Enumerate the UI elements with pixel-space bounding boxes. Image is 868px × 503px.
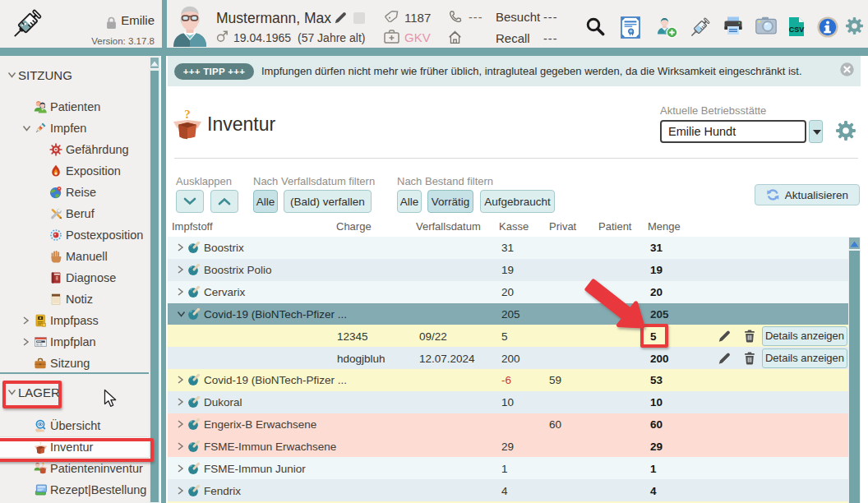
details-button[interactable]: Details anzeigen — [762, 326, 847, 346]
sidebar-item-diagnose[interactable]: Diagnose — [0, 267, 149, 288]
chevron-right-icon[interactable] — [177, 243, 184, 252]
csv-export-icon[interactable]: CSV — [788, 16, 805, 37]
svg-text:?: ? — [184, 108, 191, 121]
table-scrollbar-thumb[interactable] — [849, 251, 860, 503]
filter-stock-alle[interactable]: Alle — [397, 190, 422, 213]
chevron-right-icon[interactable] — [177, 464, 184, 473]
batch-row[interactable]: 1234509/2255Details anzeigen — [168, 325, 848, 347]
site-select-dropdown-button[interactable] — [809, 120, 823, 143]
vaccine-row[interactable]: FSME-Immun Junior11 — [168, 457, 848, 479]
privat-value: 60 — [549, 418, 561, 431]
sidebar-item-patienteninventur[interactable]: ?Patienteninventur — [0, 458, 149, 479]
sidebar-item-manuell[interactable]: Manuell — [0, 246, 149, 267]
menge-value: 1 — [650, 462, 657, 474]
filter-expiry-alle[interactable]: Alle — [253, 190, 278, 213]
batch-row[interactable]: hdogjbluh12.07.2024200200Details anzeige… — [168, 347, 848, 369]
chevron-right-icon[interactable] — [177, 420, 184, 429]
settings-icon[interactable] — [845, 16, 864, 35]
delete-batch-icon[interactable] — [744, 352, 755, 365]
chevron-down-icon[interactable] — [177, 310, 186, 317]
column-header-charge[interactable]: Charge — [336, 220, 372, 233]
vaccine-vial-icon — [187, 396, 201, 408]
tip-close-icon[interactable] — [840, 62, 854, 76]
vaccine-row[interactable]: Engerix-B Erwachsene6060 — [168, 413, 848, 436]
edit-patient-icon[interactable] — [334, 11, 348, 25]
add-patient-icon[interactable] — [655, 16, 678, 39]
sidebar-section-lager[interactable]: LAGER — [0, 381, 149, 403]
chevron-right-icon[interactable] — [177, 398, 184, 407]
sidebar-item-patienten[interactable]: Patienten — [0, 96, 149, 118]
stock-filter-label: Nach Bestand filtern — [397, 175, 493, 187]
certificate-icon[interactable] — [621, 16, 640, 39]
vaccine-name: FSME-Immun Junior — [204, 462, 306, 474]
chevron-right-icon[interactable] — [177, 442, 184, 451]
chevron-right-icon[interactable] — [177, 376, 184, 385]
column-header-impfstoff[interactable]: Impfstoff — [172, 220, 213, 233]
sidebar-item-uebersicht[interactable]: Übersicht — [0, 415, 149, 436]
menge-value: 53 — [650, 374, 663, 386]
filter-expiry--bald-verfallen[interactable]: (Bald) verfallen — [284, 190, 372, 213]
sidebar-item-impfpass[interactable]: Impfpass — [0, 310, 149, 331]
kasse-value: 5 — [501, 330, 508, 342]
column-header-privat[interactable]: Privat — [549, 220, 576, 233]
vaccine-row[interactable]: Boostrix3131 — [168, 237, 848, 259]
chevron-right-icon[interactable] — [177, 288, 184, 297]
sidebar-item-label: Impfplan — [50, 335, 96, 348]
sidebar-item-notiz[interactable]: Notiz — [0, 288, 149, 310]
patient-box-icon: ? — [34, 462, 48, 475]
vaccine-row[interactable]: Fendrix44 — [168, 479, 848, 501]
details-button[interactable]: Details anzeigen — [762, 348, 847, 368]
camera-icon[interactable] — [755, 16, 777, 35]
collapse-all-button[interactable] — [176, 190, 204, 213]
sidebar-item-impfen[interactable]: Impfen — [0, 118, 149, 139]
table-scroll-up-button[interactable] — [848, 237, 861, 250]
sidebar-item-inventur[interactable]: ?Inventur — [0, 436, 149, 458]
vaccine-row[interactable]: Covid-19 (BioNTech-Pfizer ...-65953 — [168, 369, 848, 391]
svg-text:?: ? — [42, 462, 44, 467]
sidebar-item-reise[interactable]: Reise — [0, 182, 149, 203]
sidebar-item-rezept[interactable]: Rezept|Bestellung — [0, 479, 149, 501]
filter-stock-aufgebraucht[interactable]: Aufgebraucht — [480, 190, 555, 213]
site-select[interactable]: Emilie Hundt — [660, 120, 806, 143]
column-header-verfallsdatum[interactable]: Verfallsdatum — [416, 220, 481, 233]
sidebar-splitter[interactable] — [161, 56, 166, 503]
sidebar-section-sitzung[interactable]: SITZUNG — [0, 64, 149, 85]
chevron-right-icon[interactable] — [177, 265, 184, 275]
vaccine-row[interactable]: Cervarix2020 — [168, 281, 848, 303]
menge-value: 10 — [650, 396, 663, 408]
column-header-kasse[interactable]: Kasse — [499, 220, 529, 233]
sidebar-item-label: Manuell — [66, 250, 108, 263]
expand-all-button[interactable] — [210, 190, 238, 213]
info-icon[interactable] — [817, 16, 838, 38]
column-header-patient[interactable]: Patient — [598, 220, 631, 233]
sidebar-item-exposition[interactable]: Exposition — [0, 160, 149, 182]
patient-name[interactable]: Mustermann, Max — [216, 10, 331, 27]
edit-batch-icon[interactable] — [718, 351, 732, 365]
delete-batch-icon[interactable] — [744, 330, 755, 343]
sidebar-item-gefaehrdung[interactable]: Gefährdung — [0, 139, 149, 160]
filter-stock-vorrätig[interactable]: Vorrätig — [427, 190, 473, 213]
search-icon[interactable] — [585, 16, 605, 36]
page-settings-gear-icon[interactable] — [835, 120, 856, 141]
sidebar-item-sitzung-item[interactable]: Sitzung — [0, 353, 149, 374]
syringe-icon[interactable] — [688, 16, 711, 39]
sidebar-scrollbar-thumb[interactable] — [150, 70, 159, 503]
vaccine-row[interactable]: Covid-19 (BioNTech-Pfizer ...205205 — [168, 303, 848, 325]
besucht-value: --- — [543, 11, 558, 24]
print-icon[interactable] — [723, 16, 743, 36]
vaccine-row[interactable]: Boostrix Polio1919 — [168, 259, 848, 281]
chevron-right-icon[interactable] — [177, 486, 184, 495]
vaccine-vial-icon — [187, 264, 201, 276]
sidebar-item-beruf[interactable]: Beruf — [0, 203, 149, 224]
pass-icon — [34, 314, 47, 327]
sidebar-item-postexposition[interactable]: Postexposition — [0, 224, 149, 246]
column-header-menge[interactable]: Menge — [648, 220, 681, 233]
virus-icon — [49, 143, 62, 156]
sidebar-item-impfplan[interactable]: Impfplan — [0, 331, 149, 353]
edit-batch-icon[interactable] — [718, 329, 732, 343]
sidebar-item-label: Rezept|Bestellung — [50, 483, 146, 496]
vaccine-row[interactable]: FSME-Immun Erwachsene2929 — [168, 436, 848, 458]
refresh-button[interactable]: Aktualisieren — [755, 184, 860, 205]
sidebar-scroll-up-button[interactable] — [150, 57, 159, 69]
vaccine-row[interactable]: Dukoral1010 — [168, 391, 848, 413]
